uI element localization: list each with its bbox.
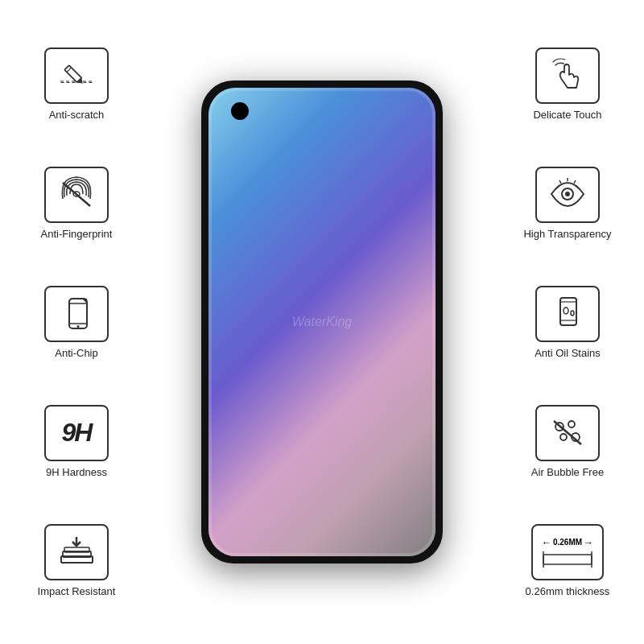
high-transparency-icon <box>547 176 588 213</box>
9h-label: 9H Hardness <box>46 466 107 478</box>
high-transparency-icon-box <box>535 167 600 223</box>
svg-rect-1 <box>64 65 81 82</box>
svg-line-3 <box>67 68 72 72</box>
svg-marker-2 <box>77 78 85 86</box>
thickness-bar-icon <box>539 551 596 568</box>
thickness-label: 0.26mm thickness <box>526 585 610 597</box>
anti-fingerprint-icon-box <box>44 167 109 223</box>
impact-icon <box>55 534 99 570</box>
impact-label: Impact Resistant <box>38 585 116 597</box>
delicate-touch-icon-box <box>535 47 600 104</box>
anti-oil-icon <box>547 295 588 332</box>
anti-scratch-icon-box <box>44 47 109 104</box>
feature-impact-resistant: Impact Resistant <box>12 524 141 597</box>
anti-scratch-icon <box>56 57 97 93</box>
anti-chip-icon-box <box>44 286 109 342</box>
svg-point-9 <box>77 325 80 328</box>
svg-rect-29 <box>543 555 592 564</box>
9h-text: 9H <box>62 418 92 448</box>
svg-point-23 <box>571 311 574 316</box>
anti-oil-icon-box <box>535 286 600 342</box>
impact-icon-box <box>44 524 109 580</box>
anti-oil-label: Anti Oil Stains <box>535 347 601 359</box>
9h-icon-box: 9H <box>44 405 109 461</box>
air-bubble-label: Air Bubble Free <box>531 466 604 478</box>
anti-fingerprint-icon <box>56 176 97 213</box>
thickness-icon-box: ← 0.26MM → <box>531 524 604 580</box>
anti-chip-icon <box>56 295 97 332</box>
feature-anti-chip: Anti-Chip <box>12 286 141 359</box>
anti-chip-label: Anti-Chip <box>55 347 97 359</box>
camera-hole <box>231 102 249 120</box>
feature-anti-scratch: Anti-scratch <box>12 47 141 121</box>
svg-point-22 <box>564 308 568 314</box>
phone-screen: WaterKing <box>208 88 436 556</box>
feature-high-transparency: High Transparency <box>503 167 632 240</box>
feature-air-bubble: Air Bubble Free <box>503 405 632 478</box>
right-features: Delicate Touch High Transparency <box>491 0 644 644</box>
high-transparency-label: High Transparency <box>523 228 611 240</box>
feature-delicate-touch: Delicate Touch <box>503 47 632 121</box>
feature-9h-hardness: 9H 9H Hardness <box>12 405 141 478</box>
feature-anti-oil: Anti Oil Stains <box>503 286 632 359</box>
left-features: Anti-scratch Anti-Fingerprint <box>0 0 153 644</box>
screen-gradient <box>208 88 436 556</box>
air-bubble-icon <box>547 415 588 451</box>
thickness-value: 0.26MM <box>553 538 582 547</box>
svg-line-18 <box>574 180 576 184</box>
phone-body: WaterKing <box>201 80 443 564</box>
svg-point-25 <box>568 421 575 427</box>
svg-line-17 <box>559 180 561 184</box>
delicate-touch-icon <box>547 57 588 93</box>
feature-thickness: ← 0.26MM → 0.26mm thickness <box>503 524 632 597</box>
arrow-left: ← <box>542 537 551 548</box>
anti-scratch-label: Anti-scratch <box>49 109 105 121</box>
arrow-right: → <box>584 537 593 548</box>
feature-anti-fingerprint: Anti-Fingerprint <box>12 167 141 240</box>
svg-point-15 <box>565 192 570 196</box>
phone-display: WaterKing <box>153 0 491 644</box>
svg-point-26 <box>560 434 567 440</box>
thickness-arrows: ← 0.26MM → <box>542 537 593 548</box>
anti-fingerprint-label: Anti-Fingerprint <box>41 228 113 240</box>
air-bubble-icon-box <box>535 405 600 461</box>
delicate-touch-label: Delicate Touch <box>533 109 601 121</box>
main-container: Anti-scratch Anti-Fingerprint <box>0 0 644 644</box>
